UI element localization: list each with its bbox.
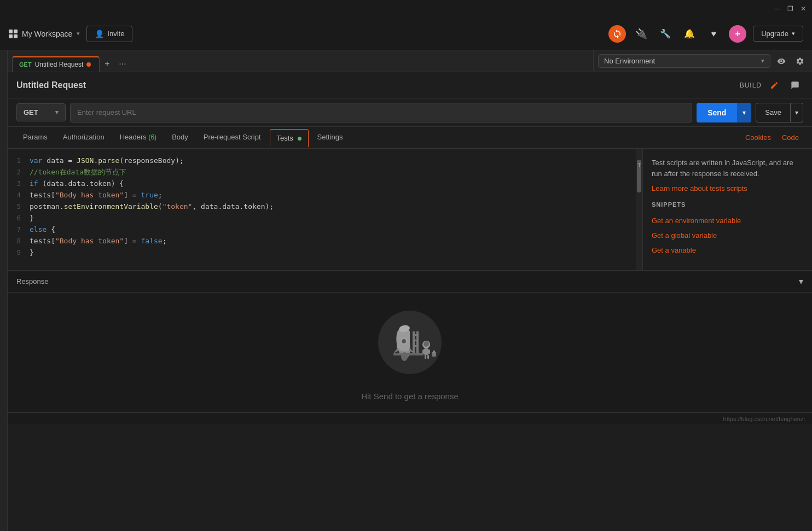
request-header: Untitled Request BUILD [8,72,812,98]
comment-icon-btn[interactable] [787,77,803,94]
url-bar: GET ▾ Send ▾ Save ▾ [8,98,812,127]
response-body: Hit Send to get a response [8,293,812,412]
tab-authorization[interactable]: Authorization [56,129,111,147]
workspace-button[interactable]: My Workspace ▾ [9,30,80,38]
wrench-btn[interactable]: 🔧 [657,25,674,43]
title-bar: — ❐ ✕ [0,0,812,17]
rocket-illustration [372,304,448,381]
code-line: 5 postman.setEnvironmentVariable("token"… [8,201,642,213]
code-scrollbar[interactable]: T [636,149,642,270]
tab-title-label: Untitled Request [35,61,84,68]
eye-icon-btn[interactable] [774,54,789,69]
response-hint-text: Hit Send to get a response [361,392,459,401]
snippet-global-var[interactable]: Get a global variable [652,228,803,243]
method-chevron-icon: ▾ [55,109,59,116]
tab-headers[interactable]: Headers (6) [113,129,163,147]
unsaved-dot [86,62,91,67]
upgrade-button[interactable]: Upgrade ▾ [753,26,803,42]
code-panel[interactable]: 1var data = JSON.parse(responseBody);2//… [8,149,642,270]
more-tabs-button[interactable]: ··· [115,56,130,72]
code-line: 4 tests["Body has token"] = true; [8,190,642,201]
svg-rect-16 [427,355,429,359]
tests-active-dot [298,137,301,141]
line-content: var data = JSON.parse(responseBody); [30,155,642,167]
svg-point-3 [401,339,407,344]
response-expand-icon[interactable]: ▾ [799,276,803,287]
cookies-link[interactable]: Cookies [741,131,775,144]
url-input[interactable] [70,103,692,122]
code-line: 3if (data.data.token) { [8,178,642,190]
svg-rect-15 [425,355,426,359]
headers-badge: (6) [148,133,156,141]
code-line: 6} [8,213,642,224]
tab-body[interactable]: Body [165,129,195,147]
tab-tests[interactable]: Tests [270,129,309,148]
svg-rect-12 [424,348,428,355]
line-number: 6 [8,213,30,224]
line-number: 3 [8,178,30,189]
close-btn[interactable]: ✕ [799,4,808,13]
method-label: GET [24,108,38,116]
request-name-label: Untitled Request [16,80,735,90]
line-content: postman.setEnvironmentVariable("token", … [30,201,642,213]
svg-rect-10 [393,353,424,355]
profile-btn[interactable]: + [729,25,746,43]
method-select[interactable]: GET ▾ [16,103,66,121]
code-link[interactable]: Code [778,131,803,144]
save-btn-group: Save ▾ [756,103,803,122]
svg-point-17 [424,341,429,347]
gear-icon-btn[interactable] [792,54,808,69]
response-header: Response ▾ [8,271,812,293]
svg-rect-14 [428,349,430,354]
code-line: 8 tests["Body has token"] = false; [8,236,642,247]
content-area: GET Untitled Request + ··· No Environmen… [8,50,812,531]
snippet-env-var[interactable]: Get an environment variable [652,213,803,228]
workspace-chevron-icon: ▾ [77,30,80,37]
code-line: 9} [8,247,642,259]
edit-icon-btn[interactable] [766,77,782,94]
snippet-var[interactable]: Get a variable [652,243,803,258]
request-tab[interactable]: GET Untitled Request [12,56,100,72]
main-layout: GET Untitled Request + ··· No Environmen… [0,50,812,531]
line-content: tests["Body has token"] = true; [30,190,642,201]
tab-env-bar: GET Untitled Request + ··· No Environmen… [8,50,812,72]
add-tab-button[interactable]: + [100,56,115,72]
build-label: BUILD [740,81,762,89]
line-content: tests["Body has token"] = false; [30,236,642,247]
gear-icon [796,57,804,66]
svg-rect-13 [422,349,425,354]
bell-btn[interactable]: 🔔 [681,25,698,43]
maximize-btn[interactable]: ❐ [786,4,794,13]
comment-icon [791,81,799,90]
status-bar: https://blog.csdn.net/fenghenzr [8,412,812,424]
send-button[interactable]: Send [697,103,737,122]
minimize-btn[interactable]: — [773,4,781,13]
line-content: else { [30,224,642,236]
svg-rect-8 [413,340,419,341]
save-dropdown-button[interactable]: ▾ [791,103,803,122]
svg-rect-18 [432,352,436,357]
tab-section: GET Untitled Request + ··· [8,50,593,72]
heart-btn[interactable]: ♥ [705,25,722,43]
invite-button[interactable]: 👤 Invite [86,26,132,42]
lightning-btn[interactable]: 🔌 [633,25,650,43]
scrollbar-t-indicator: T [637,162,641,168]
send-dropdown-button[interactable]: ▾ [737,103,751,122]
tab-settings[interactable]: Settings [311,129,350,147]
line-number: 1 [8,155,30,166]
tab-params[interactable]: Params [16,129,54,147]
save-button[interactable]: Save [756,103,791,122]
invite-user-icon: 👤 [95,30,104,38]
learn-more-link[interactable]: Learn more about tests scripts [652,184,747,192]
line-number: 7 [8,224,30,235]
environment-select[interactable]: No Environment ▾ [598,54,770,68]
sync-icon-btn[interactable] [608,25,626,43]
send-btn-group: Send ▾ [697,103,751,122]
line-number: 5 [8,201,30,212]
line-number: 4 [8,190,30,201]
status-url: https://blog.csdn.net/fenghenzr [723,416,805,422]
tab-prerequest[interactable]: Pre-request Script [197,129,268,147]
response-title-label: Response [16,277,799,285]
response-area: Response ▾ [8,270,812,412]
method-badge: GET [19,61,32,68]
